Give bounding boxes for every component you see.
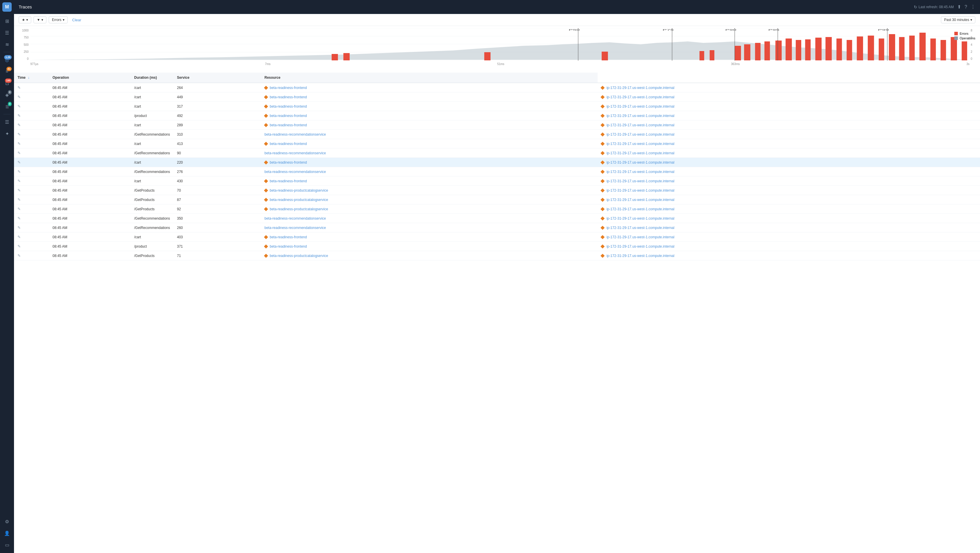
resource-link[interactable]: ip-172-31-29-17.us-west-1.compute.intern… [606,160,675,165]
resource-link[interactable]: ip-172-31-29-17.us-west-1.compute.intern… [606,226,675,230]
service-link[interactable]: beta-readiness-productcatalogservice [270,254,328,258]
sidebar-item-display[interactable]: ▭ [2,540,12,550]
sidebar-item-security[interactable]: ◈ 0 [2,89,12,100]
table-row[interactable]: ✎08:45 AM/GetRecommendations90beta-readi… [14,148,980,158]
edit-icon[interactable]: ✎ [18,188,21,192]
table-row[interactable]: ✎08:45 AM/GetProducts71beta-readiness-pr… [14,251,980,261]
edit-icon[interactable]: ✎ [18,207,21,211]
resource-link[interactable]: ip-172-31-29-17.us-west-1.compute.intern… [606,216,675,221]
sidebar-item-account[interactable]: 👤 [2,528,12,539]
table-row[interactable]: ✎08:45 AM/cart430beta-readiness-frontend… [14,176,980,186]
service-link[interactable]: beta-readiness-frontend [270,105,307,108]
resource-link[interactable]: ip-172-31-29-17.us-west-1.compute.intern… [606,207,675,211]
refresh-indicator[interactable]: ↻ Last refresh: 08:45 AM [914,5,954,10]
table-row[interactable]: ✎08:45 AM/product492beta-readiness-front… [14,111,980,121]
edit-icon[interactable]: ✎ [18,132,21,137]
service-link[interactable]: beta-readiness-frontend [270,160,307,165]
resource-link[interactable]: ip-172-31-29-17.us-west-1.compute.intern… [606,123,675,127]
resource-link[interactable]: ip-172-31-29-17.us-west-1.compute.intern… [606,170,675,174]
table-row[interactable]: ✎08:45 AM/GetRecommendations310beta-read… [14,130,980,139]
resource-link[interactable]: ip-172-31-29-17.us-west-1.compute.intern… [606,86,675,90]
traces-table-container[interactable]: Time ↓ Operation Duration (ms) Service R… [14,73,980,553]
resource-link[interactable]: ip-172-31-29-17.us-west-1.compute.intern… [606,132,675,137]
service-link[interactable]: beta-readiness-productcatalogservice [270,188,328,192]
resource-link[interactable]: ip-172-31-29-17.us-west-1.compute.intern… [606,105,675,108]
sidebar-item-dashboard[interactable]: ⊞ [2,16,12,26]
table-row[interactable]: ✎08:45 AM/cart289beta-readiness-frontend… [14,121,980,130]
service-link[interactable]: beta-readiness-frontend [270,86,307,90]
resource-link[interactable]: ip-172-31-29-17.us-west-1.compute.intern… [606,198,675,202]
sidebar-item-traces[interactable]: ⊡ 195 [2,78,12,88]
resource-link[interactable]: ip-172-31-29-17.us-west-1.compute.intern… [606,142,675,146]
service-link[interactable]: beta-readiness-recommendationservice [264,132,326,137]
edit-icon[interactable]: ✎ [18,253,21,258]
time-range-button[interactable]: Past 30 minutes ▾ [941,16,975,23]
resource-link[interactable]: ip-172-31-29-17.us-west-1.compute.intern… [606,245,675,248]
edit-icon[interactable]: ✎ [18,113,21,118]
edit-icon[interactable]: ✎ [18,244,21,248]
edit-icon[interactable]: ✎ [18,216,21,221]
clear-button[interactable]: Clear [70,17,84,23]
service-link[interactable]: beta-readiness-recommendationservice [264,226,326,230]
star-filter-button[interactable]: ★ ▾ [19,16,31,23]
edit-icon[interactable]: ✎ [18,123,21,127]
service-link[interactable]: beta-readiness-recommendationservice [264,151,326,155]
resource-link[interactable]: ip-172-31-29-17.us-west-1.compute.intern… [606,235,675,239]
resource-link[interactable]: ip-172-31-29-17.us-west-1.compute.intern… [606,95,675,99]
table-row[interactable]: ✎08:45 AM/cart220beta-readiness-frontend… [14,158,980,167]
edit-icon[interactable]: ✎ [18,141,21,146]
sidebar-item-notebooks[interactable]: ≣ 0 [2,101,12,112]
resource-link[interactable]: ip-172-31-29-17.us-west-1.compute.intern… [606,188,675,192]
service-link[interactable]: beta-readiness-frontend [270,95,307,99]
table-row[interactable]: ✎08:45 AM/cart317beta-readiness-frontend… [14,102,980,111]
more-icon[interactable]: ⋮ [970,4,975,10]
edit-icon[interactable]: ✎ [18,197,21,202]
app-logo[interactable]: M [2,2,12,12]
table-row[interactable]: ✎08:45 AM/product371beta-readiness-front… [14,242,980,251]
th-resource[interactable]: Resource [261,73,598,83]
th-time[interactable]: Time ↓ [14,73,49,83]
resource-link[interactable]: ip-172-31-29-17.us-west-1.compute.intern… [606,179,675,183]
th-service[interactable]: Service [173,73,261,83]
table-row[interactable]: ✎08:45 AM/GetProducts70beta-readiness-pr… [14,186,980,195]
resource-link[interactable]: ip-172-31-29-17.us-west-1.compute.intern… [606,114,675,118]
table-row[interactable]: ✎08:45 AM/GetRecommendations350beta-read… [14,214,980,223]
table-row[interactable]: ✎08:45 AM/GetRecommendations276beta-read… [14,167,980,176]
service-link[interactable]: beta-readiness-frontend [270,123,307,127]
edit-icon[interactable]: ✎ [18,170,21,174]
sidebar-item-integrations[interactable]: ✦ [2,128,12,139]
sidebar-item-metrics[interactable]: ≋ [2,39,12,49]
service-link[interactable]: beta-readiness-recommendationservice [264,216,326,221]
sidebar-item-monitors[interactable]: ☰ [2,117,12,127]
service-link[interactable]: beta-readiness-productcatalogservice [270,207,328,211]
edit-icon[interactable]: ✎ [18,160,21,165]
sidebar-item-list[interactable]: ☰ [2,27,12,38]
th-operation[interactable]: Operation [49,73,130,83]
edit-icon[interactable]: ✎ [18,151,21,155]
table-row[interactable]: ✎08:45 AM/GetProducts87beta-readiness-pr… [14,195,980,205]
table-row[interactable]: ✎08:45 AM/GetRecommendations260beta-read… [14,223,980,232]
table-row[interactable]: ✎08:45 AM/cart449beta-readiness-frontend… [14,92,980,102]
sidebar-item-settings[interactable]: ⚙ [2,516,12,527]
edit-icon[interactable]: ✎ [18,179,21,183]
service-link[interactable]: beta-readiness-productcatalogservice [270,198,328,202]
edit-icon[interactable]: ✎ [18,86,21,90]
th-duration[interactable]: Duration (ms) [130,73,173,83]
service-link[interactable]: beta-readiness-frontend [270,142,307,146]
filter-button[interactable]: ▼ ▾ [33,16,46,23]
errors-filter-button[interactable]: Errors ▾ [49,16,68,23]
help-icon[interactable]: ? [964,5,967,10]
resource-link[interactable]: ip-172-31-29-17.us-west-1.compute.intern… [606,151,675,155]
share-icon[interactable]: ⬆ [957,4,961,10]
service-link[interactable]: beta-readiness-frontend [270,114,307,118]
sidebar-item-apm[interactable]: ◎ 1.2k [2,54,12,65]
service-link[interactable]: beta-readiness-frontend [270,179,307,183]
sidebar-item-logs[interactable]: ≡ 41 [2,66,12,77]
edit-icon[interactable]: ✎ [18,235,21,239]
table-row[interactable]: ✎08:45 AM/cart413beta-readiness-frontend… [14,139,980,148]
edit-icon[interactable]: ✎ [18,226,21,230]
table-row[interactable]: ✎08:45 AM/cart264beta-readiness-frontend… [14,83,980,92]
service-link[interactable]: beta-readiness-frontend [270,245,307,248]
table-row[interactable]: ✎08:45 AM/GetProducts92beta-readiness-pr… [14,205,980,214]
table-row[interactable]: ✎08:45 AM/cart403beta-readiness-frontend… [14,232,980,242]
